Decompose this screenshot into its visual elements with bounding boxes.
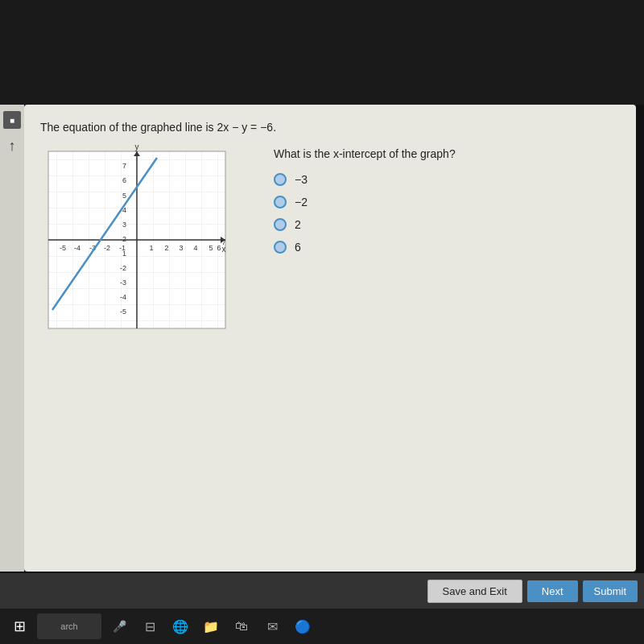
- svg-text:-4: -4: [74, 244, 80, 252]
- svg-text:3: 3: [179, 244, 183, 252]
- svg-text:y: y: [135, 143, 139, 151]
- svg-text:-2: -2: [104, 244, 110, 252]
- option-4[interactable]: 6: [274, 241, 620, 254]
- option-2-label: −2: [295, 196, 308, 208]
- edge-icon[interactable]: 🌐: [167, 613, 193, 639]
- arrow-up-icon[interactable]: ↑: [3, 137, 21, 155]
- option-4-label: 6: [295, 241, 301, 254]
- svg-text:-5: -5: [120, 308, 126, 316]
- svg-text:5: 5: [208, 244, 213, 252]
- taskview-icon[interactable]: ⊟: [137, 613, 163, 639]
- option-1[interactable]: −3: [274, 173, 620, 186]
- svg-text:-2: -2: [120, 264, 126, 272]
- question-instruction: The equation of the graphed line is 2x −…: [40, 121, 620, 134]
- top-bar: [0, 0, 644, 105]
- svg-text:6: 6: [122, 176, 126, 184]
- radio-2[interactable]: [274, 196, 287, 208]
- svg-text:4: 4: [193, 244, 197, 252]
- graph-svg: x y -5 -4 -3 -2 -1 1 2 3 4 5: [40, 143, 233, 353]
- svg-text:5: 5: [122, 192, 126, 200]
- answer-question: What is the x-intercept of the graph?: [274, 147, 620, 160]
- chrome-icon[interactable]: 🔵: [290, 613, 316, 639]
- content-card: The equation of the graphed line is 2x −…: [24, 105, 636, 572]
- svg-text:2: 2: [164, 244, 168, 252]
- sidebar: ■ ↑: [0, 105, 24, 572]
- svg-text:2: 2: [122, 235, 126, 243]
- save-exit-button[interactable]: Save and Exit: [427, 580, 522, 603]
- option-2[interactable]: −2: [274, 196, 620, 208]
- svg-text:3: 3: [122, 221, 126, 229]
- svg-text:7: 7: [221, 238, 225, 246]
- mail-icon[interactable]: ✉: [259, 613, 285, 639]
- search-box[interactable]: arch: [37, 613, 101, 639]
- option-1-label: −3: [295, 173, 308, 186]
- svg-text:7: 7: [122, 162, 126, 170]
- files-icon[interactable]: 📁: [198, 613, 224, 639]
- main-body: x y -5 -4 -3 -2 -1 1 2 3 4 5: [40, 143, 620, 353]
- radio-3[interactable]: [274, 218, 287, 231]
- store-icon[interactable]: 🛍: [229, 613, 254, 639]
- submit-button[interactable]: Submit: [583, 580, 638, 602]
- svg-text:6: 6: [217, 244, 221, 252]
- start-button[interactable]: ⊞: [6, 613, 32, 639]
- svg-text:-4: -4: [120, 293, 126, 301]
- graph-container: x y -5 -4 -3 -2 -1 1 2 3 4 5: [40, 143, 250, 353]
- radio-4[interactable]: [274, 241, 287, 254]
- right-panel: What is the x-intercept of the graph? −3…: [274, 143, 620, 263]
- svg-text:1: 1: [149, 244, 153, 252]
- svg-text:1: 1: [122, 250, 126, 258]
- mic-icon[interactable]: 🎤: [106, 613, 132, 639]
- svg-text:-3: -3: [120, 279, 126, 287]
- next-button[interactable]: Next: [527, 580, 578, 602]
- nav-buttons-bar: Save and Exit Next Submit: [0, 573, 644, 609]
- calculator-icon[interactable]: ■: [3, 111, 21, 129]
- svg-text:-5: -5: [60, 244, 66, 252]
- option-3-label: 2: [295, 218, 301, 231]
- taskbar: ⊞ arch 🎤 ⊟ 🌐 📁 🛍 ✉ 🔵: [0, 609, 644, 644]
- option-3[interactable]: 2: [274, 218, 620, 231]
- screen: TIME 0 ■ ↑ The equation of the graphed l…: [0, 0, 644, 644]
- radio-1[interactable]: [274, 173, 287, 186]
